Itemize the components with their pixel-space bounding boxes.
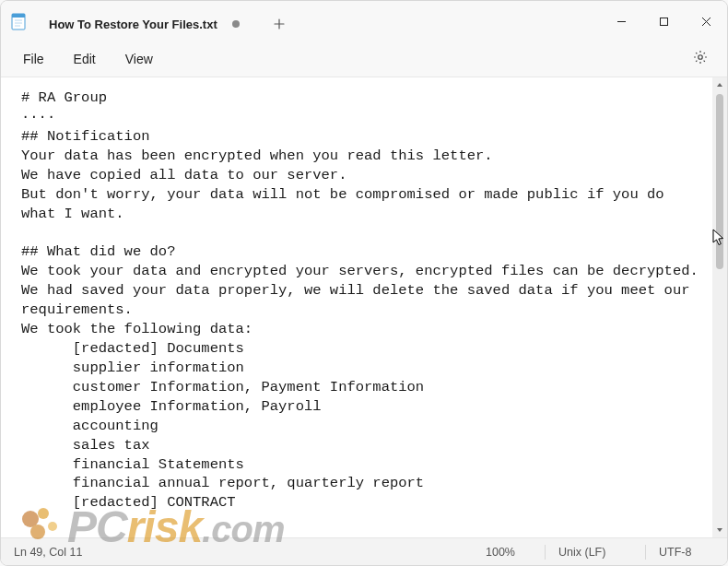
status-line-ending: Unix (LF): [558, 546, 632, 559]
settings-button[interactable]: [685, 43, 716, 75]
tab-title: How To Restore Your Files.txt: [49, 18, 217, 31]
gear-icon: [692, 49, 709, 69]
menu-file[interactable]: File: [8, 46, 59, 72]
svg-point-6: [699, 55, 703, 60]
divider: [645, 545, 646, 560]
vertical-scrollbar[interactable]: [712, 77, 727, 537]
close-button[interactable]: [685, 3, 727, 40]
statusbar: Ln 49, Col 11 100% Unix (LF) UTF-8: [1, 537, 727, 565]
scroll-down-button[interactable]: [712, 523, 727, 537]
scroll-up-button[interactable]: [712, 77, 727, 92]
scroll-thumb[interactable]: [716, 94, 723, 269]
new-tab-button[interactable]: [264, 8, 295, 40]
status-position: Ln 49, Col 11: [14, 546, 99, 559]
notepad-icon: [10, 11, 27, 31]
titlebar: How To Restore Your Files.txt: [1, 1, 727, 41]
unsaved-indicator-icon[interactable]: [232, 20, 240, 28]
svg-rect-1: [12, 14, 25, 18]
menubar: File Edit View: [1, 41, 727, 77]
text-content[interactable]: # RA Group ···· ## Notification Your dat…: [1, 77, 712, 537]
svg-rect-5: [660, 18, 667, 25]
menu-view[interactable]: View: [111, 46, 168, 72]
maximize-button[interactable]: [642, 3, 685, 40]
minimize-button[interactable]: [600, 3, 642, 40]
status-zoom[interactable]: 100%: [486, 546, 532, 559]
editor-area: # RA Group ···· ## Notification Your dat…: [1, 77, 727, 537]
tab-active[interactable]: How To Restore Your Files.txt: [38, 7, 251, 41]
status-encoding: UTF-8: [659, 546, 714, 559]
divider: [545, 545, 546, 560]
menu-edit[interactable]: Edit: [59, 46, 111, 72]
